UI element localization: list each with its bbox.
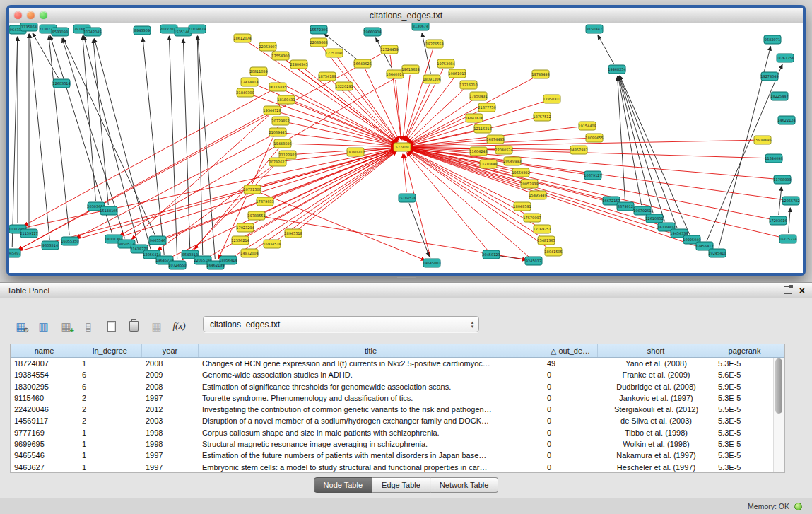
graph-node[interactable]: 16116835	[269, 83, 286, 91]
graph-node[interactable]: 12065782	[782, 197, 799, 205]
column-header-short[interactable]: short	[598, 344, 714, 357]
graph-node[interactable]: 19753084	[437, 59, 454, 68]
graph-node[interactable]: 20057939	[520, 180, 538, 188]
cell-pagerank[interactable]: 5.6E-5	[714, 369, 775, 380]
graph-node[interactable]: 21834619	[188, 25, 206, 33]
cell-name[interactable]: 9777169	[11, 427, 78, 438]
graph-node[interactable]: 15148105	[100, 206, 117, 215]
cell-title[interactable]: Estimation of the future numbers of pati…	[199, 450, 543, 461]
row-height-button[interactable]: ▤	[79, 317, 98, 334]
graph-node[interactable]: 20732627	[269, 158, 286, 166]
graph-node[interactable]: 19448595	[273, 139, 291, 148]
cell-short[interactable]: de Silva et al. (2003)	[598, 415, 714, 426]
vertical-scrollbar[interactable]	[773, 358, 784, 472]
graph-node[interactable]: 9582071	[764, 35, 781, 44]
memory-status-indicator[interactable]	[794, 503, 802, 510]
cell-title[interactable]: Structural magnetic resonance image aver…	[199, 438, 543, 450]
graph-node[interactable]: 18945497	[9, 249, 21, 257]
graph-node[interactable]: 13216210	[459, 81, 477, 89]
graph-node[interactable]: 22406545	[290, 60, 307, 69]
column-header-name[interactable]: name	[11, 344, 78, 357]
create-column-button[interactable]: ▦ +	[57, 317, 76, 334]
cell-title[interactable]: Investigating the contribution of common…	[199, 404, 543, 415]
graph-node[interactable]: 10679127	[584, 171, 601, 180]
cell-name[interactable]: 18300295	[11, 381, 78, 392]
graph-node[interactable]: 17203016	[769, 216, 787, 225]
cell-year[interactable]: 2008	[142, 381, 199, 392]
cell-in_degree[interactable]: 2	[78, 392, 142, 404]
graph-node[interactable]: 15184576	[398, 194, 416, 202]
graph-node[interactable]: 20450123	[482, 250, 500, 259]
tab-network-table[interactable]: Network Table	[430, 477, 499, 493]
graph-node[interactable]: 19660904	[363, 28, 381, 36]
graph-node[interactable]: 12536214	[231, 236, 249, 245]
graph-node[interactable]: 14857932	[570, 146, 587, 154]
graph-node[interactable]: 15572306	[310, 25, 327, 34]
close-window-button[interactable]	[14, 11, 22, 19]
cell-title[interactable]: Disruption of a novel member of a sodium…	[199, 415, 543, 426]
table-row[interactable]: 1830029562008Estimation of significance …	[11, 381, 784, 392]
cell-out_degree[interactable]: 0	[543, 462, 598, 473]
table-mode-button[interactable]: ▦ ⚙	[11, 317, 30, 334]
cell-name[interactable]: 18724007	[11, 358, 78, 369]
graph-node[interactable]: 16974493	[486, 135, 504, 144]
cell-title[interactable]: Corpus callosum shape and size in male p…	[199, 427, 543, 438]
cell-year[interactable]: 1997	[142, 450, 199, 461]
graph-node[interactable]: 9465546	[149, 236, 166, 245]
cell-name[interactable]: 9699695	[11, 438, 78, 450]
graph-node[interactable]: 20049993	[503, 157, 521, 165]
graph-node[interactable]: 15481365	[537, 236, 555, 245]
cell-out_degree[interactable]: 0	[543, 427, 598, 438]
table-row[interactable]: 1456911722003Disruption of a novel membe…	[11, 415, 784, 426]
cell-title[interactable]: Embryonic stem cells: a model to study s…	[199, 462, 543, 473]
graph-node[interactable]: 9603514	[42, 241, 59, 250]
graph-node[interactable]: 21677750	[478, 103, 495, 112]
table-row[interactable]: 946362711997Embryonic stem cells: a mode…	[11, 462, 784, 473]
zoom-window-button[interactable]	[40, 11, 47, 19]
column-header-in_degree[interactable]: in_degree	[78, 344, 142, 357]
graph-node[interactable]: 18754189	[318, 72, 336, 81]
graph-node[interactable]: 14622124	[777, 116, 795, 124]
minimize-window-button[interactable]	[27, 11, 35, 19]
cell-year[interactable]: 1998	[142, 427, 199, 438]
cell-out_degree[interactable]: 0	[543, 404, 598, 415]
graph-node[interactable]: 19344728	[263, 106, 281, 115]
cell-title[interactable]: Genome-wide association studies in ADHD.	[199, 369, 543, 380]
column-header-pagerank[interactable]: pagerank	[714, 344, 775, 357]
cell-in_degree[interactable]: 2	[78, 415, 142, 426]
graph-node[interactable]: 19468254	[608, 65, 625, 74]
graph-node[interactable]: 18225447	[770, 92, 788, 100]
table-row[interactable]: 2242004622012Investigating the contribut…	[11, 404, 784, 415]
tab-node-table[interactable]: Node Table	[314, 477, 372, 493]
cell-name[interactable]: 9463627	[11, 462, 78, 473]
graph-node[interactable]: 16775274	[779, 235, 796, 243]
graph-node[interactable]: 13210648	[479, 160, 497, 168]
cell-title[interactable]: Estimation of significance thresholds fo…	[199, 381, 543, 392]
graph-node[interactable]: 11708999	[773, 175, 791, 184]
cell-in_degree[interactable]: 1	[78, 462, 142, 473]
graph-node[interactable]: 19645003	[423, 259, 440, 267]
cell-name[interactable]: 22420046	[11, 404, 78, 415]
graph-node[interactable]: 20811059	[249, 67, 267, 76]
graph-node[interactable]: 22040524	[495, 146, 512, 154]
table-row[interactable]: 1938455462009Genome-wide association stu…	[11, 369, 784, 380]
graph-node[interactable]: 12414814	[240, 78, 258, 86]
float-panel-icon[interactable]	[784, 286, 792, 294]
cell-out_degree[interactable]: 0	[543, 450, 598, 461]
network-graph[interactable]: 9643367133586421307292853309379166611124…	[9, 23, 803, 273]
table-row[interactable]: 969969511998Structural magnetic resonanc…	[11, 438, 784, 450]
graph-node[interactable]: 16841616	[465, 114, 483, 122]
graph-node[interactable]: 572409	[394, 143, 411, 151]
cell-year[interactable]: 2003	[142, 415, 199, 426]
graph-node[interactable]: 8679912	[617, 202, 634, 211]
cell-year[interactable]: 2009	[142, 369, 199, 380]
graph-node[interactable]: 19788551	[247, 211, 265, 220]
graph-node[interactable]: 16055350	[61, 237, 78, 245]
cell-pagerank[interactable]: 5.3E-5	[714, 392, 775, 404]
graph-node[interactable]: 18041505	[544, 247, 562, 256]
cell-out_degree[interactable]: 0	[543, 438, 598, 450]
graph-node[interactable]: 19559392	[512, 168, 529, 177]
cell-out_degree[interactable]: 0	[543, 415, 598, 426]
cell-short[interactable]: Tibbo et al. (1998)	[598, 427, 714, 438]
cell-short[interactable]: Yano et al. (2008)	[598, 358, 714, 369]
